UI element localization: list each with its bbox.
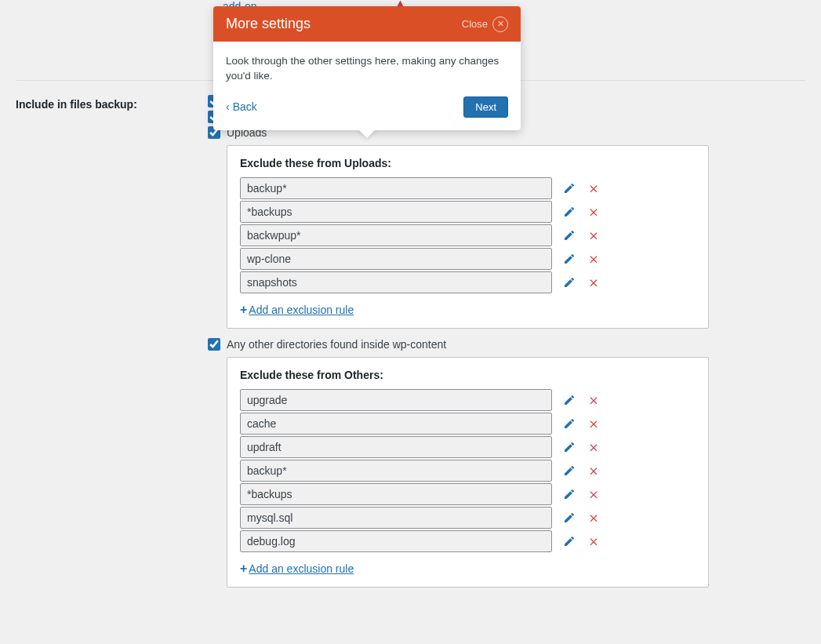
close-icon: ✕ [492, 16, 508, 32]
exclude-row [240, 271, 696, 293]
exclude-row [240, 483, 696, 505]
uploads-exclude-input[interactable] [240, 271, 552, 293]
delete-icon[interactable] [587, 275, 601, 289]
exclude-row [240, 224, 696, 246]
modal-body-text: Look through the other settings here, ma… [213, 42, 521, 96]
edit-icon[interactable] [561, 486, 577, 502]
edit-icon[interactable] [561, 510, 577, 526]
exclude-row [240, 460, 696, 482]
add-uploads-exclusion-link[interactable]: + Add an exclusion rule [240, 303, 354, 317]
edit-icon[interactable] [561, 227, 577, 243]
exclude-row [240, 413, 696, 435]
edit-icon[interactable] [561, 533, 577, 549]
delete-icon[interactable] [587, 417, 601, 431]
delete-icon[interactable] [587, 511, 601, 525]
add-others-exclusion-link[interactable]: + Add an exclusion rule [240, 562, 354, 576]
delete-icon[interactable] [587, 464, 601, 478]
exclude-row [240, 248, 696, 270]
exclude-row [240, 507, 696, 529]
others-exclude-input[interactable] [240, 389, 552, 411]
modal-title: More settings [226, 16, 311, 32]
uploads-exclude-input[interactable] [240, 248, 552, 270]
edit-icon[interactable] [561, 204, 577, 220]
more-settings-modal: More settings Close ✕ Look through the o… [213, 6, 521, 130]
others-exclude-input[interactable] [240, 507, 552, 529]
uploads-exclude-panel: Exclude these from Uploads: + Add an exc… [227, 145, 709, 329]
delete-icon[interactable] [587, 534, 601, 548]
plus-icon: + [240, 562, 247, 576]
edit-icon[interactable] [561, 251, 577, 267]
edit-icon[interactable] [561, 275, 577, 290]
others-exclude-input[interactable] [240, 483, 552, 505]
others-exclude-panel: Exclude these from Others: + Add an excl… [227, 357, 709, 588]
others-exclude-input[interactable] [240, 413, 552, 435]
modal-next-button[interactable]: Next [463, 96, 508, 118]
modal-pointer [358, 129, 376, 138]
edit-icon[interactable] [561, 180, 577, 196]
delete-icon[interactable] [587, 228, 601, 242]
uploads-exclude-input[interactable] [240, 177, 552, 199]
others-label: Any other directories found inside wp-co… [227, 338, 446, 351]
edit-icon[interactable] [561, 463, 577, 478]
exclude-row [240, 389, 696, 411]
exclude-row [240, 201, 696, 223]
uploads-exclude-input[interactable] [240, 224, 552, 246]
delete-icon[interactable] [587, 440, 601, 454]
modal-close-button[interactable]: Close ✕ [462, 16, 508, 32]
delete-icon[interactable] [587, 393, 601, 407]
exclude-row [240, 177, 696, 199]
modal-back-button[interactable]: ‹ Back [226, 100, 257, 113]
others-exclude-input[interactable] [240, 530, 552, 552]
delete-icon[interactable] [587, 205, 601, 219]
edit-icon[interactable] [561, 416, 577, 431]
edit-icon[interactable] [561, 439, 577, 455]
include-files-label: Include in files backup: [16, 95, 208, 111]
others-checkbox[interactable] [208, 338, 220, 351]
delete-icon[interactable] [587, 181, 601, 195]
uploads-exclude-input[interactable] [240, 201, 552, 223]
others-exclude-title: Exclude these from Others: [240, 369, 696, 381]
delete-icon[interactable] [587, 252, 601, 266]
others-exclude-input[interactable] [240, 436, 552, 458]
uploads-exclude-title: Exclude these from Uploads: [240, 157, 696, 169]
chevron-left-icon: ‹ [226, 100, 230, 113]
delete-icon[interactable] [587, 487, 601, 501]
others-exclude-input[interactable] [240, 460, 552, 482]
exclude-row [240, 530, 696, 552]
plus-icon: + [240, 303, 247, 317]
edit-icon[interactable] [561, 392, 577, 408]
exclude-row [240, 436, 696, 458]
